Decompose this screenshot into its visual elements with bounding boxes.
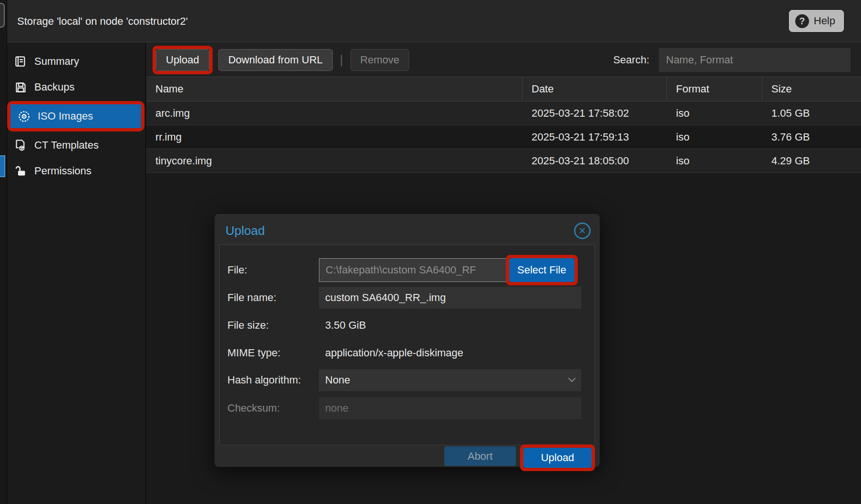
sidebar-item-label: Permissions (34, 165, 92, 177)
hash-algorithm-row: Hash algorithm: None (220, 369, 594, 391)
dialog-title: Upload (226, 223, 265, 238)
hash-algorithm-value: None (325, 374, 350, 386)
table-row[interactable]: arc.img 2025-03-21 17:58:02 iso 1.05 GB (146, 101, 861, 125)
question-circle-icon: ? (795, 14, 809, 28)
mime-type-row: MIME type: application/x-apple-diskimage (220, 342, 594, 364)
file-row: File: C:\fakepath\custom SA6400_RF Selec… (220, 258, 594, 282)
collapsed-panel-tab (0, 3, 5, 28)
abort-button: Abort (444, 446, 516, 466)
file-name-label: File name: (220, 292, 319, 304)
sidebar-item-label: Backups (34, 81, 74, 93)
upload-dialog: Upload ✕ File: C:\fakepath\custom SA6400… (215, 214, 600, 467)
annotation-box-upload-toolbar: Upload (153, 46, 213, 74)
help-button[interactable]: ? Help (789, 10, 844, 32)
cell-date: 2025-03-21 18:05:00 (523, 149, 667, 172)
file-size-row: File size: 3.50 GiB (220, 314, 594, 336)
cell-name: arc.img (146, 101, 523, 125)
hash-algorithm-select[interactable]: None (319, 369, 581, 391)
table-row[interactable]: tinycore.img 2025-03-21 18:05:00 iso 4.2… (146, 149, 861, 173)
cell-size: 3.76 GB (762, 125, 861, 149)
sidebar-item-summary[interactable]: Summary (7, 50, 145, 73)
toolbar: Upload Download from URL | Remove Search… (146, 43, 861, 77)
annotation-box-upload-dialog: Upload (520, 444, 595, 471)
table-row[interactable]: rr.img 2025-03-21 17:59:13 iso 3.76 GB (146, 125, 861, 149)
file-name-row: File name: custom SA6400_RR_.img (220, 287, 594, 309)
hash-algorithm-label: Hash algorithm: (220, 374, 319, 386)
cell-size: 1.05 GB (762, 101, 861, 125)
search-input[interactable] (659, 48, 851, 72)
cell-name: rr.img (146, 125, 523, 149)
page-title: Storage 'local' on node 'constructor2' (17, 0, 188, 42)
mime-type-label: MIME type: (220, 347, 319, 359)
dialog-body: File: C:\fakepath\custom SA6400_RF Selec… (219, 244, 595, 445)
storage-sidebar: Summary Backups ISO Images CT Templates … (7, 43, 146, 504)
help-button-label: Help (814, 15, 835, 27)
left-panel-edge (0, 0, 7, 504)
cell-name: tinycore.img (146, 149, 523, 172)
select-file-button[interactable]: Select File (509, 258, 574, 282)
table-header: Name Date Format Size (146, 77, 861, 101)
file-size-label: File size: (220, 319, 319, 332)
annotation-box-iso-images: ISO Images (7, 101, 144, 131)
remove-button: Remove (350, 49, 410, 71)
floppy-icon (14, 81, 27, 94)
book-icon (14, 55, 27, 68)
toolbar-separator: | (340, 52, 343, 67)
checksum-label: Checksum: (220, 402, 319, 414)
column-header-name[interactable]: Name (146, 77, 523, 101)
column-header-format[interactable]: Format (667, 77, 762, 101)
dialog-upload-button[interactable]: Upload (523, 448, 592, 468)
unlock-icon (14, 165, 27, 178)
close-icon[interactable]: ✕ (574, 222, 591, 239)
header-bar: Storage 'local' on node 'constructor2' ?… (7, 0, 861, 42)
dialog-footer: Abort Upload (219, 445, 595, 467)
search-label: Search: (613, 54, 649, 66)
cell-format: iso (667, 101, 762, 125)
cell-date: 2025-03-21 17:59:13 (523, 125, 667, 149)
cell-date: 2025-03-21 17:58:02 (523, 101, 667, 125)
mime-type-value: application/x-apple-diskimage (319, 342, 581, 364)
sidebar-item-iso-images[interactable]: ISO Images (10, 104, 141, 128)
checksum-row: Checksum: (220, 397, 594, 419)
cd-icon (18, 110, 31, 123)
tree-selection-fragment (0, 155, 5, 177)
file-path-input: C:\fakepath\custom SA6400_RF (319, 258, 506, 282)
cell-format: iso (667, 125, 762, 149)
upload-button[interactable]: Upload (156, 49, 209, 71)
annotation-box-select-file: Select File (506, 255, 578, 285)
cell-size: 4.29 GB (762, 149, 861, 172)
sidebar-item-label: CT Templates (34, 139, 99, 151)
sidebar-item-ct-templates[interactable]: CT Templates (7, 133, 145, 157)
column-header-size[interactable]: Size (762, 77, 861, 101)
chevron-down-icon (568, 375, 576, 383)
template-icon (14, 139, 27, 152)
column-header-date[interactable]: Date (523, 77, 667, 101)
storage-content-panel: Storage 'local' on node 'constructor2' ?… (0, 0, 861, 504)
sidebar-item-permissions[interactable]: Permissions (7, 159, 145, 183)
search-group: Search: (613, 48, 851, 72)
cell-format: iso (667, 149, 762, 172)
sidebar-item-label: Summary (34, 55, 79, 68)
file-name-field[interactable]: custom SA6400_RR_.img (319, 287, 581, 309)
sidebar-item-label: ISO Images (38, 110, 93, 122)
download-from-url-button[interactable]: Download from URL (218, 49, 333, 71)
file-size-value: 3.50 GiB (319, 314, 581, 336)
checksum-input (319, 397, 581, 419)
file-label: File: (220, 264, 319, 276)
sidebar-item-backups[interactable]: Backups (7, 75, 145, 99)
